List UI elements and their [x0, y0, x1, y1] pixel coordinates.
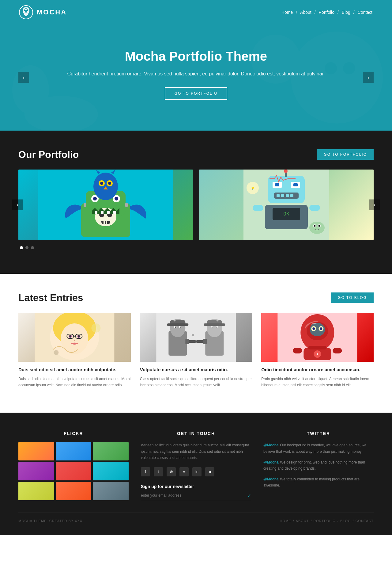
footer-nav-blog[interactable]: BLOG — [340, 519, 351, 523]
svg-rect-84 — [204, 323, 225, 326]
flickr-thumb-5[interactable] — [56, 462, 92, 480]
svg-rect-33 — [101, 211, 104, 214]
twitter-text-2: We design for print, web and love nothin… — [263, 460, 365, 471]
svg-text:✦: ✦ — [190, 332, 195, 338]
entry-image-1[interactable] — [18, 313, 131, 362]
flickr-thumb-9[interactable] — [93, 482, 129, 500]
svg-rect-109 — [293, 348, 302, 353]
footer-nav-contact[interactable]: CONTACT — [356, 519, 374, 523]
logo-text: MOCHA — [37, 8, 67, 16]
svg-rect-45 — [277, 194, 280, 197]
flickr-thumb-2[interactable] — [56, 442, 92, 460]
entry-image-2[interactable]: ✦ ✦ ✦ — [140, 313, 252, 362]
flickr-thumb-3[interactable] — [93, 442, 129, 460]
flickr-thumb-4[interactable] — [18, 462, 54, 480]
portfolio-item-2[interactable]: OK 💡 — [199, 170, 374, 240]
social-linkedin[interactable]: in — [192, 467, 202, 476]
svg-point-104 — [313, 327, 315, 330]
hero-section: ‹ Mocha Portfolio Theme Curabitur hendre… — [0, 25, 392, 131]
svg-point-26 — [108, 182, 111, 185]
twitter-handle-2[interactable]: @Mocha — [263, 460, 279, 464]
twitter-handle-1[interactable]: @Mocha — [263, 443, 279, 447]
entries-section: Latest Entries GO TO BLOG — [0, 274, 392, 413]
social-facebook[interactable]: f — [141, 467, 150, 476]
svg-rect-48 — [290, 194, 293, 197]
flickr-thumb-1[interactable] — [18, 442, 54, 460]
svg-rect-47 — [286, 194, 289, 197]
entries-cta-button[interactable]: GO TO BLOG — [331, 292, 374, 303]
social-pinterest[interactable]: ⊕ — [167, 467, 176, 476]
svg-point-7 — [343, 62, 355, 74]
entries-header: Latest Entries GO TO BLOG — [18, 292, 374, 303]
entry-card-3: ✦ Odio tincidunt auctor ornare amet accu… — [261, 313, 374, 388]
footer-nav: HOME / ABOUT / PORTFOLIO / BLOG / CONTAC… — [280, 519, 374, 523]
portfolio-header: Our Portfolio GO TO PORTFOLIO — [18, 149, 374, 160]
newsletter-submit-button[interactable]: ✓ — [247, 493, 251, 498]
hero-cta-button[interactable]: GO TO PORTFOLIO — [165, 87, 228, 100]
twitter-entry-2: @Mocha We design for print, web and love… — [263, 459, 374, 471]
flickr-thumb-6[interactable] — [93, 462, 129, 480]
svg-point-73 — [78, 335, 80, 338]
svg-point-105 — [320, 327, 322, 330]
footer-touch: GET IN TOUCH Aenean sollicitudin lorem q… — [141, 431, 251, 500]
newsletter-label: Sign up for our newsletter — [141, 484, 251, 489]
svg-rect-37 — [268, 176, 305, 203]
entry-text-3: Proin gravida nibh vel velit auctor aliq… — [261, 376, 374, 388]
social-twitter[interactable]: t — [154, 467, 163, 476]
portfolio-item-1[interactable] — [18, 170, 193, 240]
entry-card-1: Duis sed odio sit amet auctor nibh vulpu… — [18, 313, 131, 388]
svg-point-94 — [216, 326, 217, 328]
flickr-thumb-7[interactable] — [18, 482, 54, 500]
svg-rect-52 — [253, 205, 263, 211]
nav-sep-3: / — [337, 10, 339, 15]
svg-point-89 — [175, 326, 176, 328]
entry-title-2: Vulputate cursus a sit amet mauris odio. — [140, 366, 252, 373]
social-vimeo[interactable]: v — [179, 467, 189, 476]
svg-point-1 — [25, 10, 27, 13]
entry-image-3[interactable]: ✦ — [261, 313, 374, 362]
nav-about[interactable]: About — [299, 9, 313, 15]
portfolio-section: Our Portfolio GO TO PORTFOLIO ‹ — [0, 131, 392, 274]
nav-portfolio[interactable]: Portfolio — [318, 9, 336, 15]
footer-bottom: MOCHA THEME. CREATED BY XXX. HOME / ABOU… — [18, 513, 374, 523]
hero-title: Mocha Portfolio Theme — [61, 49, 331, 64]
twitter-handle-3[interactable]: @Mocha — [263, 477, 279, 481]
hero-next-button[interactable]: › — [363, 72, 374, 83]
svg-rect-34 — [107, 211, 110, 214]
portfolio-carousel: ‹ — [18, 170, 374, 240]
footer-nav-home[interactable]: HOME — [280, 519, 291, 523]
logo-area[interactable]: MOCHA — [18, 5, 67, 20]
flickr-thumb-8[interactable] — [56, 482, 92, 500]
svg-text:✦: ✦ — [216, 319, 219, 323]
portfolio-cta-button[interactable]: GO TO PORTFOLIO — [317, 149, 374, 160]
dot-2[interactable] — [25, 246, 28, 249]
nav-blog[interactable]: Blog — [341, 9, 352, 15]
hero-prev-button[interactable]: ‹ — [18, 72, 29, 83]
entry-card-2: ✦ ✦ ✦ Vulputate cursus a sit amet mauris… — [140, 313, 252, 388]
svg-point-15 — [93, 197, 97, 200]
footer-nav-about[interactable]: ABOUT — [296, 519, 309, 523]
site-footer: FLICKR GET IN TOUCH Aenean sollicitudin … — [0, 413, 392, 535]
nav-contact[interactable]: Contact — [356, 9, 374, 15]
svg-rect-30 — [84, 203, 86, 207]
nav-sep-4: / — [353, 10, 355, 15]
portfolio-prev-button[interactable]: ‹ — [12, 199, 23, 210]
newsletter-input[interactable] — [141, 493, 247, 498]
social-rss[interactable]: ◀ — [205, 467, 214, 476]
twitter-title: TWITTER — [263, 431, 374, 436]
entries-grid: Duis sed odio sit amet auctor nibh vulpu… — [18, 313, 374, 388]
svg-point-93 — [211, 326, 213, 328]
touch-text: Aenean sollicitudin lorem quis bibendum … — [141, 442, 251, 461]
svg-point-64 — [61, 323, 88, 354]
dot-1[interactable] — [20, 246, 23, 249]
footer-nav-portfolio[interactable]: PORTFOLIO — [314, 519, 336, 523]
svg-rect-43 — [293, 183, 298, 186]
portfolio-title: Our Portfolio — [18, 149, 79, 160]
svg-rect-35 — [113, 211, 116, 214]
portfolio-next-button[interactable]: › — [369, 199, 380, 210]
dot-3[interactable] — [31, 246, 34, 249]
svg-point-59 — [314, 225, 316, 227]
touch-title: GET IN TOUCH — [141, 431, 251, 436]
svg-point-90 — [179, 326, 181, 328]
nav-home[interactable]: Home — [280, 9, 294, 15]
